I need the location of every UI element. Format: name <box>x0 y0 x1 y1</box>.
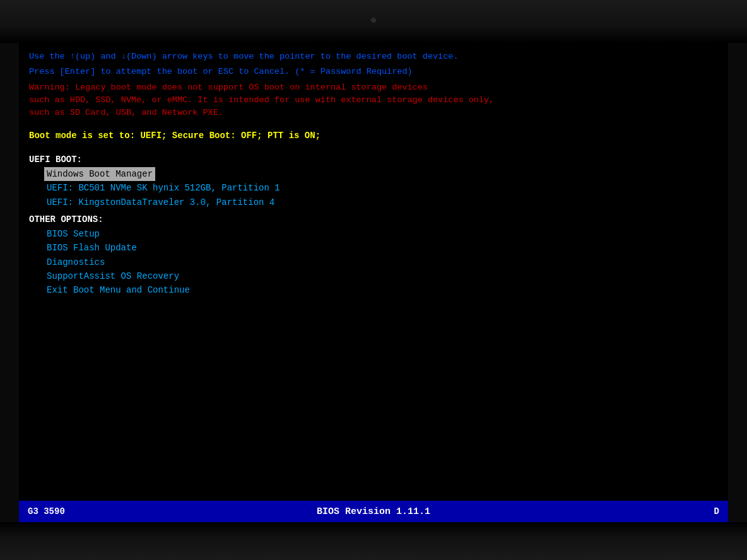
uefi-boot-item-1[interactable]: Windows Boot Manager <box>44 167 155 181</box>
bios-screen: Use the ↑(up) and ↓(Down) arrow keys to … <box>19 43 728 522</box>
instruction-line-1: Use the ↑(up) and ↓(Down) arrow keys to … <box>29 50 718 63</box>
option-exit-boot[interactable]: Exit Boot Menu and Continue <box>29 283 718 297</box>
warning-line-3: such as SD Card, USB, and Network PXE. <box>29 107 718 119</box>
warning-line-1: Warning: Legacy boot mode does not suppo… <box>29 81 718 94</box>
option-bios-setup[interactable]: BIOS Setup <box>29 227 718 241</box>
bezel-bottom <box>0 522 747 560</box>
bios-content: Use the ↑(up) and ↓(Down) arrow keys to … <box>19 43 728 522</box>
option-diagnostics[interactable]: Diagnostics <box>29 255 718 269</box>
option-supportassist[interactable]: SupportAssist OS Recovery <box>29 269 718 283</box>
uefi-boot-section: UEFI BOOT: Windows Boot Manager UEFI: BC… <box>29 153 718 209</box>
status-bar-bios-revision: BIOS Revision 1.11.1 <box>317 506 430 517</box>
warning-line-2: such as HDD, SSD, NVMe, or eMMC. It is i… <box>29 94 718 107</box>
uefi-boot-item-1-wrapper: Windows Boot Manager <box>29 167 718 182</box>
option-bios-flash[interactable]: BIOS Flash Update <box>29 241 718 255</box>
bezel-right <box>728 43 747 522</box>
other-options-section: OTHER OPTIONS: BIOS Setup BIOS Flash Upd… <box>29 213 718 298</box>
status-bar-model: G3 3590 <box>28 506 65 516</box>
other-options-header: OTHER OPTIONS: <box>29 213 718 227</box>
uefi-boot-item-2[interactable]: UEFI: BC501 NVMe SK hynix 512GB, Partiti… <box>29 181 718 195</box>
status-bar-right-indicator: D <box>714 506 719 516</box>
instructions-block: Use the ↑(up) and ↓(Down) arrow keys to … <box>29 50 718 119</box>
uefi-boot-header: UEFI BOOT: <box>29 153 718 167</box>
boot-mode-line: Boot mode is set to: UEFI; Secure Boot: … <box>29 129 718 143</box>
bezel-top <box>0 0 747 43</box>
uefi-boot-item-3[interactable]: UEFI: KingstonDataTraveler 3.0, Partitio… <box>29 195 718 209</box>
instruction-line-2: Press [Enter] to attempt the boot or ESC… <box>29 66 718 78</box>
status-bar: G3 3590 BIOS Revision 1.11.1 D <box>19 501 728 522</box>
bezel-left <box>0 43 19 522</box>
camera-dot <box>371 18 376 23</box>
